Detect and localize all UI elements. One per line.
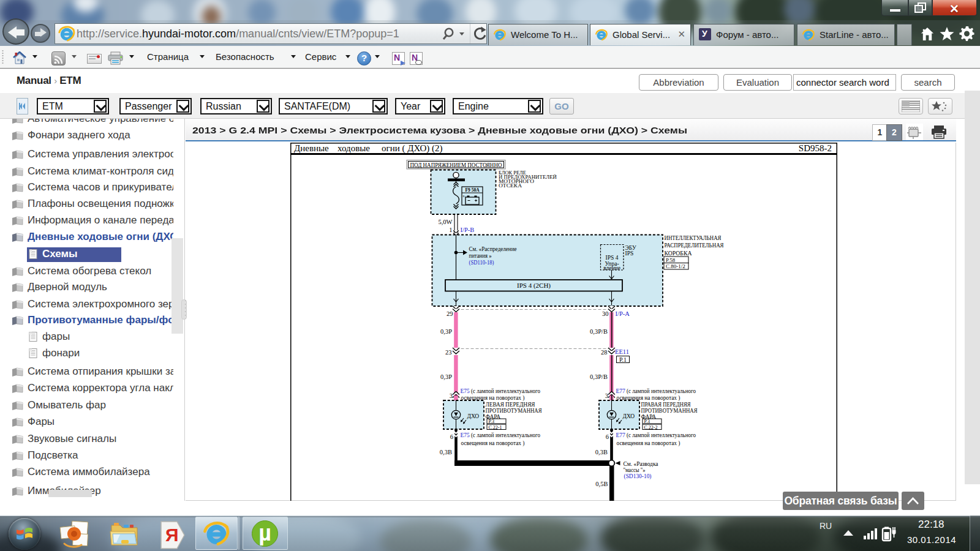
svg-text:ЛЕВАЯ ПЕРЕДНЯЯ: ЛЕВАЯ ПЕРЕДНЯЯ	[486, 402, 536, 408]
svg-text:огни ( ДХО) (2): огни ( ДХО) (2)	[382, 143, 443, 154]
svg-text:F9 50A: F9 50A	[465, 187, 480, 193]
svg-text:(SD130-10): (SD130-10)	[624, 473, 652, 480]
svg-text:P.58: P.58	[666, 257, 676, 263]
svg-text:питания »: питания »	[469, 253, 492, 259]
svg-text:EE11: EE11	[615, 348, 629, 355]
svg-text:µ: µ	[258, 520, 271, 545]
svg-text:(с лампой интеллектуального: (с лампой интеллектуального	[627, 432, 696, 439]
svg-text:ПРОТИВОТУМАННАЯ: ПРОТИВОТУМАННАЯ	[486, 408, 543, 414]
svg-text:(с лампой интеллектуального: (с лампой интеллектуального	[471, 388, 540, 395]
svg-text:P.3: P.3	[644, 419, 650, 424]
svg-text:Я: Я	[165, 525, 179, 545]
svg-text:28: 28	[601, 349, 608, 356]
svg-text:I/P-B: I/P-B	[461, 227, 475, 233]
svg-text:ОТСЕКА: ОТСЕКА	[499, 182, 522, 189]
svg-text:0,3P: 0,3P	[440, 373, 452, 380]
svg-text:29: 29	[447, 310, 453, 317]
svg-text:6: 6	[606, 433, 609, 440]
svg-text:0,3P: 0,3P	[440, 328, 452, 335]
svg-text:ДХО: ДХО	[467, 413, 480, 419]
svg-text:ПРАВАЯ ПЕРЕДНЯЯ: ПРАВАЯ ПЕРЕДНЯЯ	[641, 402, 692, 408]
svg-text:"массы "»: "массы "»	[624, 467, 646, 473]
svg-text:ПРОТИВОТУМАННАЯ: ПРОТИВОТУМАННАЯ	[641, 408, 698, 414]
svg-text:КОРОБКА: КОРОБКА	[665, 250, 693, 257]
svg-text:I/P-A: I/P-A	[616, 310, 630, 317]
svg-text:0,3Р/В: 0,3Р/В	[590, 373, 608, 380]
svg-text:P.1: P.1	[619, 356, 627, 363]
svg-text:(с лампой интеллектуального: (с лампой интеллектуального	[471, 432, 540, 439]
svg-text:ПОД НАПРЯЖЕНИЕМ ПОСТОЯННО: ПОД НАПРЯЖЕНИЕМ ПОСТОЯННО	[410, 162, 502, 168]
svg-text:C.22-2: C.22-2	[644, 425, 658, 430]
svg-text:ДХО: ДХО	[623, 413, 635, 419]
svg-text:6: 6	[450, 433, 453, 440]
svg-text:IPS 4 (2CH): IPS 4 (2CH)	[517, 282, 551, 290]
svg-text:ИНТЕЛЛЕКТУАЛЬНАЯ: ИНТЕЛЛЕКТУАЛЬНАЯ	[665, 234, 722, 241]
svg-text:См. «Распределение: См. «Распределение	[469, 246, 517, 252]
svg-text:SD958-2: SD958-2	[799, 143, 832, 153]
svg-text:IPS 4: IPS 4	[606, 255, 619, 261]
svg-text:0,3Р/В: 0,3Р/В	[590, 328, 608, 335]
svg-text:1: 1	[449, 227, 452, 233]
svg-text:См. «Разводка: См. «Разводка	[624, 461, 659, 467]
svg-text:освещения на поворотах ): освещения на поворотах )	[461, 440, 525, 447]
svg-text:5,0W: 5,0W	[438, 219, 452, 225]
svg-text:Дневные: Дневные	[294, 143, 329, 153]
svg-text:IPS: IPS	[625, 250, 634, 257]
svg-text:E75: E75	[461, 432, 470, 438]
svg-text:E77: E77	[616, 388, 626, 394]
svg-text:ЭБУ: ЭБУ	[625, 245, 636, 251]
svg-text:C.22-1: C.22-1	[489, 425, 502, 430]
svg-text:0,5B: 0,5B	[595, 481, 608, 487]
svg-text:3: 3	[450, 392, 453, 399]
svg-text:3: 3	[605, 392, 608, 399]
svg-text:(с лампой интеллектуального: (с лампой интеллектуального	[627, 388, 696, 395]
svg-text:(SD110-18): (SD110-18)	[469, 260, 494, 266]
svg-text:0,3B: 0,3B	[595, 449, 608, 455]
svg-text:23: 23	[445, 349, 452, 356]
svg-text:освещения на поворотах ): освещения на поворотах )	[617, 440, 680, 447]
svg-text:E75: E75	[461, 388, 470, 394]
svg-text:C.80-1/2: C.80-1/2	[666, 263, 685, 269]
svg-text:P.3: P.3	[489, 419, 495, 424]
svg-text:E77: E77	[616, 432, 626, 438]
svg-text:ходовые: ходовые	[337, 143, 370, 153]
svg-text:РАСПРЕДЕЛИТЕЛЬНАЯ: РАСПРЕДЕЛИТЕЛЬНАЯ	[665, 242, 724, 249]
svg-text:0,3B: 0,3B	[440, 449, 452, 455]
svg-text:30: 30	[602, 310, 609, 317]
